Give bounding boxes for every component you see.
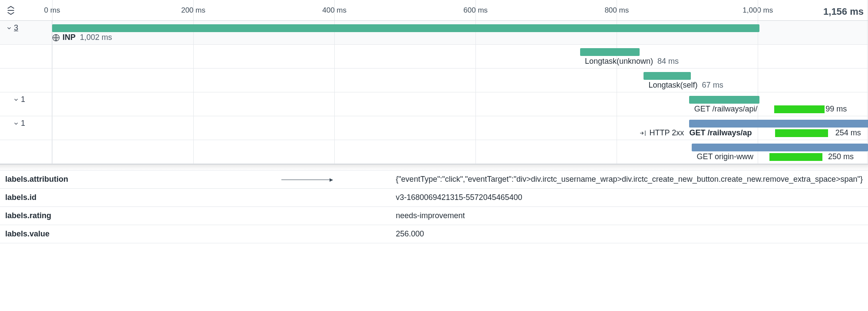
span-duration: 99 ms [825,105,847,114]
row-track: GET origin-www250 ms [52,140,868,164]
span-label: GET origin-www [696,152,753,161]
waterfall-row[interactable]: GET origin-www250 ms [0,140,868,164]
panel-splitter[interactable] [0,164,868,170]
label-row: labels.ratingneeds-improvement [0,207,868,225]
span-duration: 67 ms [702,81,723,90]
span-name: Longtask(self) [649,81,698,90]
label-row: labels.value256.000 [0,225,868,243]
ruler-total: 1,156 ms [823,6,864,17]
label-row: labels.attribution{"eventType":"click","… [0,170,868,189]
chevron-down-icon [6,25,12,31]
span-duration: 84 ms [657,57,679,66]
collapse-all-icon[interactable] [6,6,16,15]
row-gutter [0,140,52,164]
row-track: GET /railways/ap254 msHTTP 2xx [52,116,868,140]
span-label: Longtask(unknown)84 ms [585,57,679,66]
globe-icon [52,34,60,42]
labels-table: labels.attribution{"eventType":"click","… [0,170,868,243]
chevron-down-icon [13,97,19,103]
waterfall-rows: 3INP1,002 msLongtask(unknown)84 msLongta… [0,21,868,164]
chevron-down-icon [13,121,19,127]
row-expander[interactable]: 3 [6,23,18,33]
row-gutter: 1 [0,116,52,140]
span-name: Longtask(unknown) [585,57,653,66]
row-gutter: 3 [0,21,52,44]
span-label: GET /railways/api/ [694,105,758,114]
span-bar[interactable] [689,96,759,104]
span-name: GET origin-www [696,152,753,161]
span-duration: 254 ms [835,128,861,137]
label-key: labels.rating [0,207,390,225]
row-count: 3 [14,23,18,33]
row-gutter: 1 [0,92,52,116]
redacted-block [769,153,822,161]
span-name: GET /railways/api/ [694,105,758,114]
span-label: Longtask(self)67 ms [649,81,723,90]
waterfall-row[interactable]: 3INP1,002 ms [0,21,868,45]
label-value: 256.000 [390,225,868,243]
span-duration: 1,002 ms [80,33,112,42]
waterfall-panel: 0 ms200 ms400 ms600 ms800 ms1,000 ms1,15… [0,0,868,164]
span-bar[interactable] [52,24,759,32]
row-track: Longtask(self)67 ms [52,69,868,92]
row-track: Longtask(unknown)84 ms [52,45,868,68]
row-count: 1 [21,119,25,128]
row-track: GET /railways/api/99 ms [52,92,868,116]
row-gutter [0,69,52,92]
row-expander[interactable]: 1 [13,95,25,104]
label-value: v3-1680069421315-5572045465400 [390,189,868,207]
row-gutter [0,45,52,68]
label-value: needs-improvement [390,207,868,225]
label-key: labels.value [0,225,390,243]
span-bar[interactable] [692,144,868,151]
label-key: labels.attribution [0,170,390,189]
span-prelabel: HTTP 2xx [639,128,684,137]
redacted-block [775,129,828,137]
span-bar[interactable] [644,72,691,80]
span-bar[interactable] [689,120,868,128]
label-row: labels.idv3-1680069421315-5572045465400 [0,189,868,207]
waterfall-row[interactable]: Longtask(self)67 ms [0,69,868,92]
row-count: 1 [21,95,25,104]
http-direction-icon [639,129,647,137]
label-value: {"eventType":"click","eventTarget":"div>… [390,170,868,189]
waterfall-row[interactable]: 1GET /railways/ap254 msHTTP 2xx [0,116,868,140]
row-track: INP1,002 ms [52,21,868,44]
span-name: INP [63,33,76,42]
waterfall-row[interactable]: 1GET /railways/api/99 ms [0,92,868,116]
span-label: INP1,002 ms [52,33,112,42]
span-label: GET /railways/ap [689,128,752,137]
redacted-block [774,105,825,113]
span-duration: 250 ms [828,152,854,161]
row-expander[interactable]: 1 [13,119,25,128]
arrow-annotation [281,180,333,180]
time-ruler: 0 ms200 ms400 ms600 ms800 ms1,000 ms1,15… [0,0,868,21]
waterfall-row[interactable]: Longtask(unknown)84 ms [0,45,868,69]
http-status-label: HTTP 2xx [649,128,684,137]
span-name: GET /railways/ap [689,128,752,137]
label-key: labels.id [0,189,390,207]
span-bar[interactable] [580,48,640,56]
